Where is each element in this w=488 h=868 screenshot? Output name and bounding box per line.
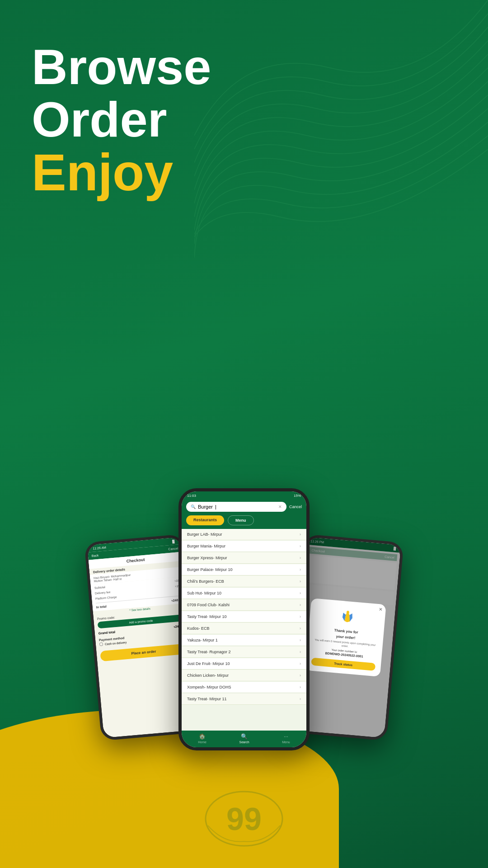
- search-cancel-button[interactable]: Cancel: [289, 505, 302, 509]
- restaurant-list-item[interactable]: Tasty Treat- Mirpur 10›: [182, 611, 306, 623]
- modal-close-button[interactable]: ✕: [378, 607, 382, 612]
- nav-home-label: Home: [198, 741, 206, 744]
- restaurant-list-item[interactable]: 0709 Food Club- Kalshi›: [182, 599, 306, 611]
- center-time: 11:03: [187, 494, 196, 498]
- wave-decoration: [194, 0, 488, 294]
- center-battery: 15%: [294, 494, 301, 498]
- clear-icon[interactable]: ✕: [278, 505, 282, 509]
- restaurant-list-item[interactable]: Chicken Licken- Mirpur›: [182, 670, 306, 681]
- brand-logo: 99: [203, 789, 285, 850]
- cursor-icon: |: [215, 504, 216, 509]
- restaurant-list-item[interactable]: Xompesh- Mirpur DOHS›: [182, 682, 306, 693]
- restaurant-list: Burger LAB- Mirpur›Burger Mania- Mirpur›…: [182, 529, 306, 731]
- center-status-bar: 11:03 15%: [182, 491, 306, 499]
- nav-menu[interactable]: ··· Menu: [282, 733, 290, 744]
- nav-search[interactable]: 🔍 Search: [239, 733, 249, 744]
- hero-line3: Enjoy: [32, 145, 211, 200]
- hero-section: Browse Order Enjoy: [32, 41, 211, 200]
- search-icon: 🔍: [191, 505, 196, 509]
- center-phone: 11:03 15% 🔍 Burger | ✕ Cancel Restaurant…: [178, 488, 310, 750]
- menu-tab[interactable]: Menu: [228, 515, 254, 525]
- restaurant-list-item[interactable]: Burger LAB- Mirpur›: [182, 529, 306, 540]
- phones-section: 11:26 AM ▐▌ Back Cancel Checkout Deliver…: [0, 488, 488, 750]
- left-time: 11:26 AM: [93, 546, 106, 550]
- cancel-button[interactable]: Cancel: [168, 547, 178, 551]
- restaurant-list-item[interactable]: Chili's Burgers- ECB›: [182, 576, 306, 587]
- radio-button: [99, 642, 103, 646]
- restaurants-tab[interactable]: Restaurants: [186, 515, 224, 525]
- order-confirmation-modal: ✕ Thank you for your order! You will ear…: [305, 598, 386, 677]
- restaurant-list-item[interactable]: Burger Xpress- Mirpur›: [182, 552, 306, 564]
- search-nav-icon: 🔍: [241, 733, 248, 740]
- restaurant-list-item[interactable]: Burger Palace- Mirpur 10›: [182, 564, 306, 576]
- restaurant-list-item[interactable]: Tasty Treat- Rupnagor 2›: [182, 646, 306, 658]
- hero-line2: Order: [32, 93, 211, 146]
- tab-row: Restaurants Menu: [182, 515, 306, 529]
- restaurant-list-item[interactable]: Just De Fruit- Mirpur 10›: [182, 658, 306, 670]
- hero-line1: Browse: [32, 41, 211, 93]
- svg-text:99: 99: [226, 802, 262, 837]
- nav-search-label: Search: [239, 741, 249, 744]
- center-phone-screen: 11:03 15% 🔍 Burger | ✕ Cancel Restaurant…: [182, 491, 306, 747]
- track-status-button[interactable]: Track status: [311, 658, 375, 671]
- restaurant-list-item[interactable]: Yakuza- Mirpur 1›: [182, 635, 306, 646]
- restaurant-list-item[interactable]: Sub Hut- Mirpur 10›: [182, 588, 306, 599]
- search-text: Burger: [198, 504, 213, 509]
- back-button[interactable]: Back: [92, 554, 99, 557]
- menu-icon: ···: [284, 733, 288, 740]
- nav-home[interactable]: 🏠 Home: [198, 733, 206, 744]
- search-bar-row: 🔍 Burger | ✕ Cancel: [182, 499, 306, 515]
- search-input[interactable]: 🔍 Burger | ✕: [186, 502, 286, 512]
- nav-menu-label: Menu: [282, 741, 290, 744]
- left-signal-icons: ▐▌: [171, 539, 176, 543]
- restaurant-list-item[interactable]: Burger Mania- Mirpur›: [182, 541, 306, 552]
- restaurant-list-item[interactable]: Kudos- ECB›: [182, 623, 306, 634]
- restaurant-list-item[interactable]: Tasty Treat- Mirpur 11›: [182, 693, 306, 705]
- bottom-nav: 🏠 Home 🔍 Search ··· Menu: [182, 731, 306, 747]
- thank-you-icon: [314, 606, 380, 630]
- home-icon: 🏠: [199, 733, 206, 740]
